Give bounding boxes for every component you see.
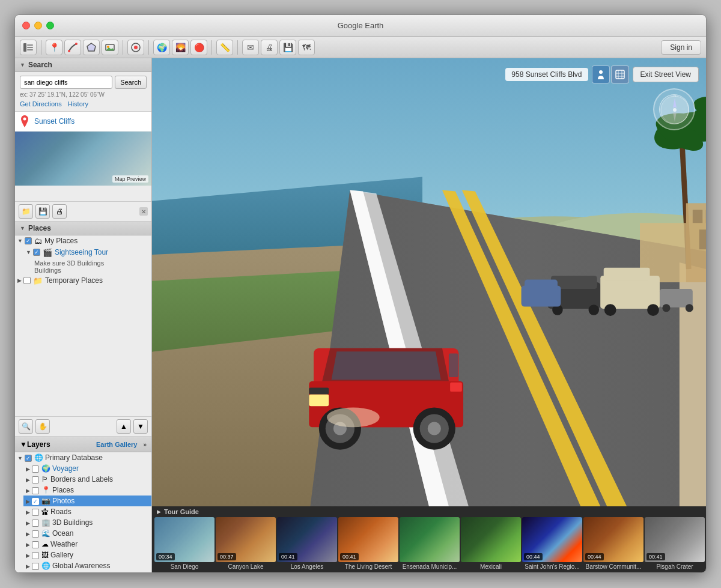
- print-button[interactable]: 🖨: [261, 40, 278, 55]
- layer-global-awareness[interactable]: ▶ 🌐 Global Awareness: [23, 560, 151, 571]
- search-links: Get Directions History: [20, 100, 147, 108]
- tour-guide-triangle-icon: ▶: [157, 509, 161, 515]
- sky-view-button[interactable]: 🌄: [172, 40, 189, 55]
- tour-thumb-barstow[interactable]: 00:44 Barstow Communit...: [583, 517, 643, 570]
- my-places-checkbox[interactable]: ✓: [25, 237, 32, 244]
- tour-thumb-st-johns[interactable]: 00:44 Saint John's Regio...: [522, 517, 582, 570]
- global-icon: 🌐: [41, 562, 50, 570]
- photos-label: Photos: [52, 497, 75, 505]
- global-checkbox[interactable]: [32, 563, 39, 570]
- sightseeing-checkbox[interactable]: ✓: [33, 249, 40, 256]
- layer-borders[interactable]: ▶ 🏳 Borders and Labels: [23, 474, 151, 485]
- email-button[interactable]: ✉: [242, 40, 259, 55]
- sidebar-toggle-button[interactable]: [20, 40, 37, 55]
- photos-checkbox[interactable]: ✓: [32, 498, 39, 505]
- tour-thumb-living-desert[interactable]: 00:41 The Living Desert: [338, 517, 398, 570]
- add-placemark-button[interactable]: 📍: [46, 40, 62, 55]
- temp-places-checkbox[interactable]: [23, 277, 31, 284]
- global-label: Global Awareness: [52, 562, 111, 570]
- layer-buildings[interactable]: ▶ 🏢 3D Buildings: [23, 517, 151, 528]
- tour-thumb-san-diego[interactable]: 00:34 San Diego: [154, 517, 214, 570]
- history-link[interactable]: History: [68, 100, 88, 108]
- person-view-button[interactable]: [592, 65, 610, 83]
- places-layer-checkbox[interactable]: [32, 487, 39, 494]
- layer-gallery[interactable]: ▶ 🖼 Gallery: [23, 550, 151, 560]
- save-button[interactable]: 💾: [35, 204, 50, 219]
- search-result-item[interactable]: Sunset Cliffs: [15, 112, 151, 132]
- svg-point-71: [673, 108, 677, 112]
- mars-view-button[interactable]: 🔴: [190, 40, 207, 55]
- tour-thumb-los-angeles[interactable]: 00:41 Los Angeles: [277, 517, 337, 570]
- borders-checkbox[interactable]: [32, 476, 39, 483]
- places-triangle-icon: ▼: [20, 225, 25, 231]
- layer-photos[interactable]: ▶ ✓ 📷 Photos: [23, 496, 151, 506]
- my-places-item[interactable]: ▼ ✓ 🗂 My Places: [15, 235, 151, 247]
- exit-street-view-button[interactable]: Exit Street View: [633, 67, 699, 82]
- compass[interactable]: N: [653, 88, 695, 130]
- search-hint: ex: 37 25' 19.1"N, 122 05' 06"W: [20, 91, 147, 98]
- tour-guide: ▶ Tour Guide 00:34 San Diego 00:37 Canyo…: [152, 506, 706, 572]
- move-down-button[interactable]: ▼: [133, 419, 148, 434]
- places-tools-row: 📁 💾 🖨 ✕: [15, 202, 151, 222]
- add-path-button[interactable]: [64, 40, 81, 55]
- voyager-checkbox[interactable]: [32, 465, 39, 473]
- map-view-button[interactable]: [611, 65, 629, 83]
- layer-roads[interactable]: ▶ 🛣 Roads: [23, 506, 151, 517]
- zoom-tool-button[interactable]: 🔍: [19, 419, 33, 434]
- layer-primary-db[interactable]: ▼ ✓ 🌐 Primary Database: [15, 452, 151, 463]
- photos-expand-icon: ▶: [26, 499, 30, 505]
- svg-rect-3: [27, 49, 33, 50]
- tour-guide-label: Tour Guide: [164, 508, 199, 515]
- compass-svg: N: [660, 95, 690, 125]
- hand-tool-button[interactable]: ✋: [35, 419, 50, 434]
- tour-thumb-ensenada[interactable]: Ensenada Municip...: [400, 517, 460, 570]
- ocean-checkbox[interactable]: [32, 530, 39, 538]
- search-row: Search: [20, 76, 147, 89]
- search-input[interactable]: [20, 76, 112, 89]
- maximize-button[interactable]: [46, 22, 54, 29]
- tour-thumb-image: 00:37: [216, 517, 276, 562]
- search-panel-header[interactable]: ▼ Search: [15, 58, 151, 72]
- add-overlay-button[interactable]: [102, 40, 118, 55]
- add-folder-button[interactable]: 📁: [19, 204, 33, 219]
- earth-view-button[interactable]: 🌍: [153, 40, 170, 55]
- svg-rect-52: [449, 353, 458, 377]
- temporary-places-item[interactable]: ▶ 📁 Temporary Places: [15, 275, 151, 286]
- tour-thumb-pisgah[interactable]: 00:41 Pisgah Crater: [645, 517, 705, 570]
- google-maps-button[interactable]: 🗺: [298, 40, 315, 55]
- buildings-checkbox[interactable]: [32, 520, 39, 527]
- layers-panel-header[interactable]: ▼ Layers Earth Gallery »: [15, 437, 151, 452]
- places-panel-header[interactable]: ▼ Places: [15, 222, 151, 235]
- tour-time-badge: 00:41: [279, 553, 297, 560]
- weather-checkbox[interactable]: [32, 541, 39, 548]
- minimize-button[interactable]: [34, 22, 42, 29]
- add-polygon-button[interactable]: [83, 40, 100, 55]
- get-directions-link[interactable]: Get Directions: [20, 100, 62, 108]
- search-button[interactable]: Search: [115, 76, 147, 89]
- layer-voyager[interactable]: ▶ 🌍 Voyager: [23, 463, 151, 474]
- tour-guide-header[interactable]: ▶ Tour Guide: [152, 506, 706, 517]
- toolbar: 📍 🌍 🌄 🔴 📏 ✉ 🖨 💾 🗺 Sign in: [15, 37, 706, 58]
- layer-ocean[interactable]: ▶ 🌊 Ocean: [23, 528, 151, 539]
- move-up-button[interactable]: ▲: [117, 419, 131, 434]
- ruler-button[interactable]: 📏: [216, 40, 233, 55]
- svg-rect-1: [27, 44, 33, 46]
- close-places-button[interactable]: ✕: [139, 207, 148, 216]
- primary-db-checkbox[interactable]: ✓: [25, 455, 32, 462]
- sightseeing-tour-item[interactable]: ▼ ✓ 🎬 Sightseeing Tour: [23, 247, 151, 258]
- layer-places[interactable]: ▶ 📍 Places: [23, 485, 151, 496]
- earth-gallery-tab[interactable]: Earth Gallery: [93, 440, 141, 449]
- print-places-button[interactable]: 🖨: [52, 204, 67, 219]
- roads-checkbox[interactable]: [32, 509, 39, 516]
- tour-thumb-mexicali[interactable]: Mexicali: [461, 517, 521, 570]
- close-button[interactable]: [22, 22, 30, 29]
- street-view[interactable]: 958 Sunset Cliffs Blvd Exit Street View: [152, 58, 706, 506]
- record-tour-button[interactable]: [127, 40, 144, 55]
- layer-more[interactable]: ▶ 📦 More: [23, 571, 151, 572]
- tour-thumb-canyon-lake[interactable]: 00:37 Canyon Lake: [216, 517, 276, 570]
- sign-in-button[interactable]: Sign in: [661, 40, 701, 55]
- save-image-button[interactable]: 💾: [279, 40, 296, 55]
- layer-weather[interactable]: ▶ ☁ Weather: [23, 539, 151, 550]
- gallery-checkbox[interactable]: [32, 552, 39, 559]
- svg-point-45: [647, 304, 659, 316]
